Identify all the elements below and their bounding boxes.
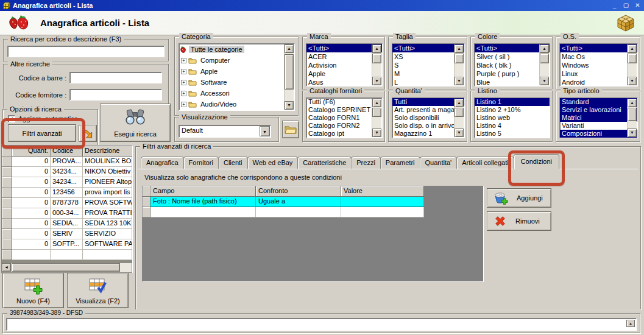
tab-fornitori[interactable]: Fornitori: [183, 157, 219, 169]
scroll-down-icon[interactable]: ▼: [455, 129, 464, 137]
cell-desc[interactable]: NIKON Obiettiv: [83, 167, 132, 177]
cell-code[interactable]: 34234...: [51, 167, 83, 177]
condition-row-empty[interactable]: [143, 207, 483, 217]
row-selector[interactable]: [2, 188, 12, 198]
cell-quant[interactable]: 0: [12, 219, 51, 229]
maximize-button-icon[interactable]: ▢: [622, 1, 630, 10]
quantita-scrollbar[interactable]: ▲ ▼: [454, 99, 464, 137]
list-item[interactable]: Android: [560, 78, 637, 86]
row-selector[interactable]: [143, 207, 150, 217]
row-selector[interactable]: [2, 239, 12, 250]
colore-scrollbar[interactable]: ▲ ▼: [539, 44, 549, 85]
cataloghi-scrollbar[interactable]: ▲ ▼: [372, 99, 381, 137]
tree-item[interactable]: + Software: [179, 77, 294, 88]
list-item[interactable]: ACER: [306, 52, 382, 61]
cell-desc[interactable]: PIONEER Altop.: [83, 177, 132, 188]
scroll-down-icon[interactable]: ▼: [455, 77, 464, 85]
condition-field[interactable]: Foto : Nome file (path fisico): [150, 197, 256, 207]
scroll-down-icon[interactable]: ▼: [540, 77, 549, 85]
cell-code[interactable]: 34234...: [51, 177, 83, 188]
scroll-thumb[interactable]: [455, 108, 464, 117]
list-item[interactable]: Black ( blk ): [475, 61, 550, 69]
scroll-thumb[interactable]: [540, 54, 549, 63]
marca-scrollbar[interactable]: ▲ ▼: [372, 44, 381, 85]
supplier-code-input[interactable]: [69, 89, 162, 100]
tab-clienti[interactable]: Clienti: [218, 157, 248, 169]
cell-quant[interactable]: 0: [12, 157, 51, 167]
scroll-thumb[interactable]: [455, 54, 464, 63]
visualization-value[interactable]: Default: [179, 125, 271, 137]
expander-plus-icon[interactable]: +: [181, 80, 186, 85]
results-header-code[interactable]: Codice: [51, 146, 83, 157]
table-row[interactable]: 0SOFTP...SOFTWARE PA: [2, 239, 132, 250]
cell-quant[interactable]: 0: [12, 239, 51, 250]
list-item[interactable]: Listino 1: [475, 98, 550, 106]
scroll-down-icon[interactable]: ▼: [372, 77, 381, 85]
scroll-up-icon[interactable]: ▲: [628, 44, 637, 53]
row-selector[interactable]: [2, 177, 12, 188]
cell-code[interactable]: SERIV: [51, 229, 83, 239]
tree-item-root[interactable]: Tutte le categorie: [179, 44, 294, 55]
cell-code[interactable]: [51, 250, 83, 260]
list-item[interactable]: Blue: [475, 78, 550, 86]
auto-update-checkbox[interactable]: ✓: [8, 115, 15, 122]
cell-desc[interactable]: PROVA TRATTI: [83, 208, 132, 219]
table-row[interactable]: 0000-34...PROVA TRATTI: [2, 208, 132, 219]
view-article-button[interactable]: Visualizza (F2): [67, 273, 129, 308]
conditions-header-campo[interactable]: Campo: [150, 186, 256, 197]
quick-filter-arrow-button[interactable]: [79, 125, 97, 142]
tipo-articolo-list[interactable]: Standard Servizi e lavorazioni Matrici V…: [559, 97, 638, 138]
scroll-up-icon[interactable]: ▲: [540, 44, 549, 53]
expander-plus-icon[interactable]: +: [181, 102, 186, 107]
new-article-button[interactable]: Nuovo (F4): [2, 273, 64, 308]
advanced-filters-button[interactable]: Filtri avanzati: [8, 124, 76, 142]
condition-value[interactable]: [341, 207, 424, 217]
cataloghi-list[interactable]: Tutti (F6) Catalogo ESPRINET Catalogo FO…: [306, 97, 383, 138]
expander-plus-icon[interactable]: +: [181, 69, 186, 74]
expander-plus-icon[interactable]: +: [181, 58, 186, 63]
table-row[interactable]: 08787378PROVA SOFTW: [2, 198, 132, 208]
table-row-empty[interactable]: [2, 250, 132, 260]
package-cube-icon[interactable]: [616, 13, 635, 34]
cell-desc[interactable]: prova import lis: [83, 188, 132, 198]
os-list[interactable]: <Tutti> Mac Os Windows Linux Android ▲ ▼: [559, 43, 638, 86]
tree-item-label[interactable]: Apple: [199, 68, 219, 75]
tab-caratteristiche[interactable]: Caratteristiche: [297, 157, 352, 169]
results-table[interactable]: Quant. Codice Descrizione 0PROVA...MOULI…: [1, 145, 133, 273]
row-selector[interactable]: [2, 157, 12, 167]
tab-prezzi[interactable]: Prezzi: [351, 157, 381, 169]
tree-item[interactable]: + Computer: [179, 55, 294, 66]
list-item[interactable]: Catalogo FORN2: [306, 122, 382, 130]
scroll-up-icon[interactable]: ▲: [628, 99, 637, 107]
results-header-desc[interactable]: Descrizione: [83, 146, 132, 157]
cell-desc[interactable]: SERVIZIO: [83, 229, 132, 239]
cell-desc[interactable]: PROVA SOFTW: [83, 198, 132, 208]
condition-field[interactable]: [150, 207, 256, 217]
scroll-thumb[interactable]: [628, 54, 637, 63]
list-item[interactable]: Catalogo ESPRINET: [306, 106, 382, 114]
cell-code[interactable]: 000-34...: [51, 208, 83, 219]
cell-desc[interactable]: SEDIA 123 10K: [83, 219, 132, 229]
tab-web-ed-ebay[interactable]: Web ed eBay: [247, 157, 299, 169]
cell-quant[interactable]: [12, 250, 51, 260]
list-item[interactable]: Composizioni: [560, 130, 637, 138]
list-item[interactable]: Varianti: [560, 122, 637, 130]
list-item[interactable]: Matrici: [560, 114, 637, 122]
scroll-left-icon[interactable]: ◄: [2, 263, 11, 272]
list-item[interactable]: <Tutti>: [475, 44, 550, 52]
scroll-down-icon[interactable]: ▼: [285, 101, 294, 110]
cell-desc[interactable]: [83, 250, 132, 260]
cell-code[interactable]: SOFTP...: [51, 239, 83, 250]
search-input[interactable]: [7, 46, 165, 57]
close-button-icon[interactable]: ✕: [634, 1, 642, 10]
tab-articoli-collegati[interactable]: Articoli collegati: [456, 157, 514, 169]
cell-quant[interactable]: 0: [12, 188, 51, 198]
tree-item[interactable]: + Accessori: [179, 88, 294, 99]
list-item[interactable]: Listino 4: [475, 122, 550, 130]
cell-quant[interactable]: 0: [12, 167, 51, 177]
tree-item[interactable]: + Apple: [179, 66, 294, 77]
category-scrollbar[interactable]: ▲ ▼: [284, 44, 294, 110]
list-item[interactable]: Purple ( purp ): [475, 69, 550, 78]
condition-value[interactable]: [341, 197, 424, 207]
table-row[interactable]: 0123456prova import lis: [2, 188, 132, 198]
